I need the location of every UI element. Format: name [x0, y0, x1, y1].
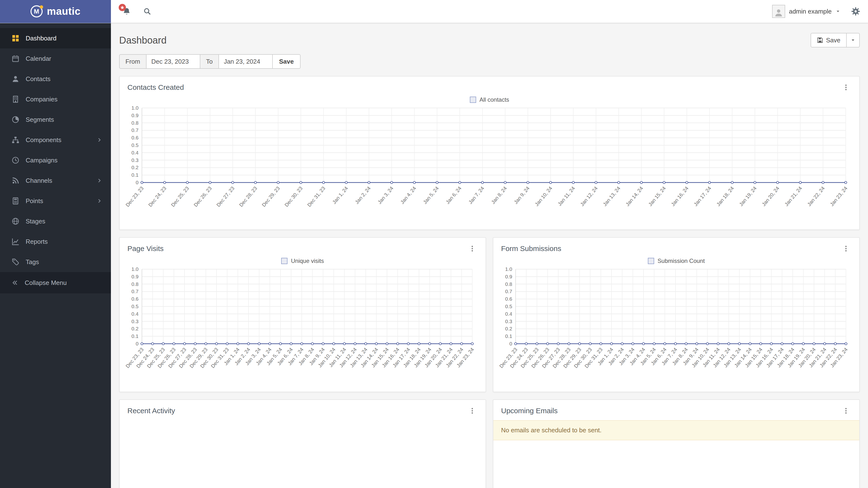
- svg-text:Dec 23, 23: Dec 23, 23: [124, 186, 145, 208]
- svg-text:0.4: 0.4: [131, 311, 139, 317]
- building-icon: [11, 95, 20, 103]
- save-split-button: Save: [811, 33, 860, 47]
- ellipsis-vertical-icon: [469, 245, 476, 252]
- svg-text:0.3: 0.3: [505, 319, 512, 324]
- svg-text:Jan 14, 24: Jan 14, 24: [625, 186, 644, 207]
- svg-text:Jan 17, 24: Jan 17, 24: [693, 186, 712, 207]
- sidebar-item-stages[interactable]: Stages: [0, 211, 111, 231]
- svg-text:Dec 31, 23: Dec 31, 23: [306, 186, 326, 208]
- notifications-button[interactable]: [121, 5, 133, 18]
- svg-text:Jan 12, 24: Jan 12, 24: [579, 186, 599, 207]
- panel-menu-button[interactable]: [840, 83, 851, 92]
- date-to-label: To: [200, 54, 219, 69]
- topbar-right: admin example: [772, 5, 868, 18]
- sidebar-item-companies[interactable]: Companies: [0, 89, 111, 109]
- svg-text:0.6: 0.6: [505, 296, 512, 302]
- svg-text:1.0: 1.0: [131, 105, 138, 110]
- notification-badge: [119, 4, 126, 11]
- clock-icon: [11, 156, 20, 164]
- svg-text:0.4: 0.4: [131, 150, 139, 155]
- sidebar-item-segments[interactable]: Segments: [0, 109, 111, 130]
- legend-swatch: [648, 258, 654, 264]
- svg-text:0.2: 0.2: [131, 165, 138, 170]
- mautic-logo[interactable]: M mautic: [0, 0, 111, 23]
- svg-text:Jan 2, 24: Jan 2, 24: [354, 186, 372, 205]
- sidebar-item-calendar[interactable]: Calendar: [0, 48, 111, 69]
- svg-text:0.6: 0.6: [131, 296, 138, 302]
- topbar-icons: [121, 5, 153, 18]
- svg-text:0.8: 0.8: [505, 281, 512, 287]
- svg-text:Jan 9, 24: Jan 9, 24: [513, 186, 531, 205]
- svg-text:0.3: 0.3: [131, 319, 138, 324]
- star-icon: [120, 5, 124, 10]
- ellipsis-vertical-icon: [842, 84, 849, 91]
- collapse-menu-label: Collapse Menu: [25, 279, 67, 287]
- panel-title-contacts-created: Contacts Created: [127, 83, 184, 92]
- svg-text:0.5: 0.5: [131, 142, 138, 148]
- svg-text:0: 0: [509, 341, 512, 347]
- calculator-icon: [11, 197, 20, 205]
- pie-chart-icon: [11, 116, 20, 124]
- svg-text:Jan 4, 24: Jan 4, 24: [399, 186, 417, 205]
- topbar: M mautic admin example: [0, 0, 868, 23]
- sidebar-item-components[interactable]: Components: [0, 130, 111, 150]
- svg-text:Jan 1, 24: Jan 1, 24: [331, 186, 349, 205]
- form-submissions-panel: Form Submissions Submission Count 1.00.9…: [493, 237, 860, 392]
- sidebar-item-dashboard[interactable]: Dashboard: [0, 28, 111, 48]
- sidebar-item-label: Contacts: [26, 75, 51, 83]
- rss-icon: [11, 177, 20, 185]
- sidebar-item-label: Dashboard: [26, 35, 56, 42]
- panel-menu-button[interactable]: [467, 406, 478, 415]
- person-icon: [11, 75, 20, 83]
- panel-menu-button[interactable]: [840, 406, 851, 415]
- sidebar-item-contacts[interactable]: Contacts: [0, 69, 111, 89]
- caret-down-icon: [850, 38, 856, 42]
- svg-text:Jan 7, 24: Jan 7, 24: [467, 186, 485, 205]
- svg-text:0.1: 0.1: [505, 333, 512, 339]
- svg-text:Dec 29, 23: Dec 29, 23: [261, 186, 281, 208]
- panel-menu-button[interactable]: [467, 244, 478, 253]
- panel-menu-button[interactable]: [840, 244, 851, 253]
- sidebar-item-points[interactable]: Points: [0, 191, 111, 211]
- save-dropdown-toggle[interactable]: [847, 33, 860, 47]
- svg-text:Jan 3, 24: Jan 3, 24: [377, 186, 394, 205]
- panel-title-page-visits: Page Visits: [127, 245, 164, 253]
- sidebar-item-channels[interactable]: Channels: [0, 170, 111, 191]
- svg-text:0.7: 0.7: [505, 289, 512, 294]
- sidebar-item-label: Companies: [26, 96, 58, 103]
- date-range-filter: From To Save: [119, 54, 860, 69]
- sidebar-item-reports[interactable]: Reports: [0, 231, 111, 252]
- caret-down-icon: [836, 9, 840, 14]
- recent-activity-panel: Recent Activity: [119, 399, 486, 488]
- sidebar-item-campaigns[interactable]: Campaigns: [0, 150, 111, 170]
- legend-submission-count[interactable]: Submission Count: [493, 258, 859, 264]
- save-dashboard-button[interactable]: Save: [811, 33, 847, 47]
- svg-text:Dec 25, 23: Dec 25, 23: [170, 186, 190, 208]
- date-to-input[interactable]: [218, 54, 273, 69]
- svg-text:Dec 30, 23: Dec 30, 23: [283, 186, 304, 208]
- svg-text:0: 0: [135, 180, 138, 185]
- date-from-input[interactable]: [146, 54, 200, 69]
- panel-title-upcoming-emails: Upcoming Emails: [501, 407, 558, 415]
- svg-text:Jan 6, 24: Jan 6, 24: [445, 186, 462, 205]
- sidebar: Dashboard Calendar Contacts Companies Se…: [0, 23, 111, 488]
- page-title: Dashboard: [119, 35, 166, 46]
- search-icon: [144, 7, 151, 15]
- sidebar-item-label: Channels: [26, 177, 52, 185]
- sidebar-item-tags[interactable]: Tags: [0, 252, 111, 272]
- svg-text:Jan 8, 24: Jan 8, 24: [490, 186, 508, 205]
- logo-accent-dot: [40, 5, 43, 9]
- svg-text:Jan 18, 24: Jan 18, 24: [715, 186, 735, 207]
- collapse-menu-button[interactable]: Collapse Menu: [0, 272, 111, 293]
- svg-text:0.7: 0.7: [131, 289, 138, 294]
- search-button[interactable]: [142, 6, 153, 17]
- user-menu[interactable]: admin example: [772, 5, 840, 18]
- svg-text:0.5: 0.5: [131, 303, 138, 309]
- svg-text:0.9: 0.9: [131, 274, 138, 279]
- legend-unique-visits[interactable]: Unique visits: [120, 258, 486, 264]
- legend-all-contacts[interactable]: All contacts: [120, 96, 859, 103]
- apply-date-filter-button[interactable]: Save: [272, 54, 301, 69]
- svg-text:Jan 21, 24: Jan 21, 24: [783, 186, 803, 207]
- settings-gear-button[interactable]: [849, 5, 862, 18]
- person-icon: [774, 8, 783, 18]
